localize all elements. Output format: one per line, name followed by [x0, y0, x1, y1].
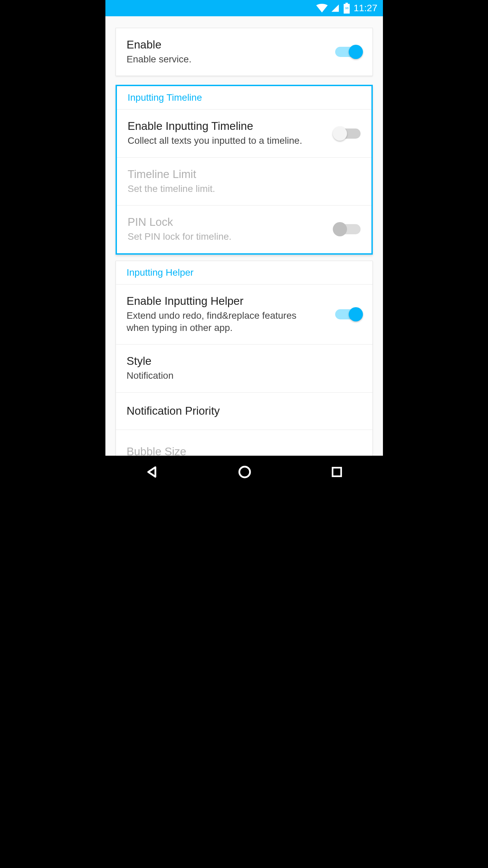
toggle-enable[interactable]	[335, 47, 362, 57]
enable-timeline-title: Enable Inputting Timeline	[128, 120, 327, 133]
pin-lock-title: PIN Lock	[128, 216, 327, 229]
section-helper: Inputting Helper	[116, 261, 372, 284]
phone-screen: 98 11:27 Enable Enable service. Inputtin…	[105, 0, 383, 488]
signal-icon	[330, 4, 340, 13]
row-pin-lock: PIN Lock Set PIN lock for timeline.	[117, 205, 371, 253]
toggle-enable-timeline[interactable]	[334, 129, 361, 139]
toggle-enable-helper[interactable]	[335, 309, 362, 319]
settings-content: Enable Enable service. Inputting Timelin…	[105, 16, 383, 456]
row-notification-priority[interactable]: Notification Priority	[116, 392, 372, 430]
row-bubble-size: Bubble Size	[116, 430, 372, 456]
pin-lock-sub: Set PIN lock for timeline.	[128, 231, 327, 243]
notification-priority-title: Notification Priority	[127, 405, 362, 417]
home-icon[interactable]	[238, 465, 252, 479]
recent-icon[interactable]	[330, 466, 343, 478]
row-style[interactable]: Style Notification	[116, 344, 372, 392]
row-enable-helper[interactable]: Enable Inputting Helper Extend undo redo…	[116, 284, 372, 344]
timeline-limit-title: Timeline Limit	[128, 168, 361, 181]
bubble-size-title: Bubble Size	[127, 445, 362, 456]
style-sub: Notification	[127, 370, 362, 382]
card-helper: Inputting Helper Enable Inputting Helper…	[116, 261, 373, 456]
row-enable[interactable]: Enable Enable service.	[116, 28, 372, 76]
row-enable-timeline[interactable]: Enable Inputting Timeline Collect all te…	[117, 109, 371, 157]
style-title: Style	[127, 355, 362, 368]
svg-point-1	[239, 467, 250, 477]
svg-rect-2	[333, 468, 341, 476]
enable-sub: Enable service.	[127, 53, 328, 65]
card-timeline: Inputting Timeline Enable Inputting Time…	[116, 85, 373, 254]
wifi-icon	[316, 4, 328, 13]
battery-icon: 98	[343, 3, 351, 14]
row-timeline-limit: Timeline Limit Set the timeline limit.	[117, 157, 371, 205]
enable-title: Enable	[127, 38, 328, 51]
clock: 11:27	[353, 3, 377, 14]
section-timeline: Inputting Timeline	[117, 86, 371, 109]
card-enable: Enable Enable service.	[116, 28, 373, 76]
enable-helper-title: Enable Inputting Helper	[127, 295, 328, 308]
battery-percent: 98	[345, 6, 348, 10]
enable-helper-sub: Extend undo redo, find&replace features …	[127, 310, 303, 334]
status-bar: 98 11:27	[105, 0, 383, 16]
enable-timeline-sub: Collect all texts you inputted to a time…	[128, 135, 327, 147]
toggle-pin-lock	[334, 224, 361, 234]
timeline-limit-sub: Set the timeline limit.	[128, 183, 361, 195]
nav-bar	[105, 456, 383, 488]
back-icon[interactable]	[145, 465, 159, 479]
